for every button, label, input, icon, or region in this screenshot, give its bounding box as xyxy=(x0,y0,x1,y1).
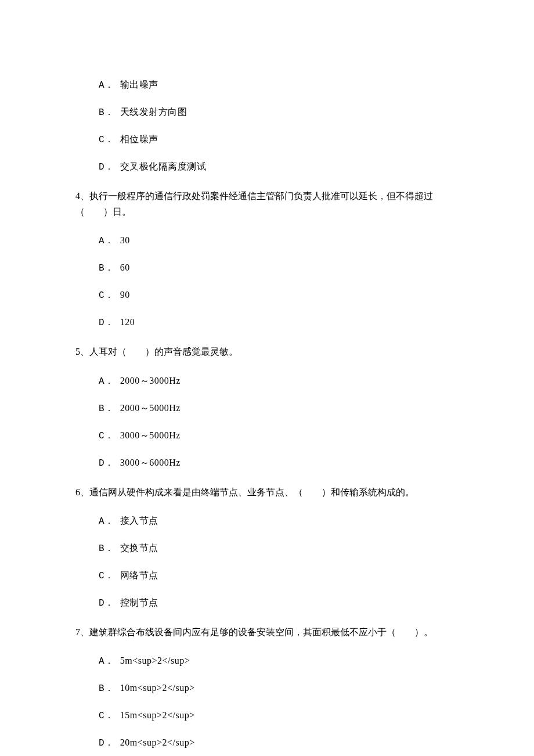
q4-stem: 4、执行一般程序的通信行政处罚案件经通信主管部门负责人批准可以延长，但不得超过（… xyxy=(75,188,459,219)
option-letter: C． xyxy=(99,290,114,301)
option-text: 网络节点 xyxy=(120,570,158,580)
option-text: 3000～5000Hz xyxy=(120,430,181,440)
option-text: 交换节点 xyxy=(120,543,158,553)
q3-options: A． 输出噪声 B． 天线发射方向图 C． 相位噪声 D． 交叉极化隔离度测试 xyxy=(99,79,459,173)
q4-options: A． 30 B． 60 C． 90 D． 120 xyxy=(99,235,459,329)
option-text: 60 xyxy=(120,262,130,272)
option-letter: A． xyxy=(99,656,114,667)
option-text: 接入节点 xyxy=(120,516,158,525)
q3-option-A: A． 输出噪声 xyxy=(99,79,459,91)
q6-stem: 6、通信网从硬件构成来看是由终端节点、业务节点、（ ）和传输系统构成的。 xyxy=(75,484,459,500)
option-text: 20m<sup>2</sup> xyxy=(120,737,195,747)
option-text: 输出噪声 xyxy=(120,80,158,89)
option-letter: D． xyxy=(99,318,114,328)
option-letter: B． xyxy=(99,263,114,273)
q5-options: A． 2000～3000Hz B． 2000～5000Hz C． 3000～50… xyxy=(99,375,459,469)
q3-option-C: C． 相位噪声 xyxy=(99,134,459,146)
q7-option-A: A． 5m<sup>2</sup> xyxy=(99,655,459,667)
option-text: 120 xyxy=(120,317,135,327)
q6-option-A: A． 接入节点 xyxy=(99,515,459,527)
q7-option-B: B． 10m<sup>2</sup> xyxy=(99,682,459,694)
option-text: 天线发射方向图 xyxy=(120,107,187,117)
option-text: 相位噪声 xyxy=(120,134,158,144)
q6-option-C: C． 网络节点 xyxy=(99,570,459,582)
option-letter: D． xyxy=(99,162,114,172)
option-text: 2000～5000Hz xyxy=(120,403,181,413)
page-content: A． 输出噪声 B． 天线发射方向图 C． 相位噪声 D． 交叉极化隔离度测试 … xyxy=(0,0,534,756)
option-letter: D． xyxy=(99,458,114,469)
q4-option-D: D． 120 xyxy=(99,316,459,329)
q5-option-C: C． 3000～5000Hz xyxy=(99,430,459,442)
option-text: 90 xyxy=(120,290,130,300)
q7-options: A． 5m<sup>2</sup> B． 10m<sup>2</sup> C． … xyxy=(99,655,459,749)
option-text: 5m<sup>2</sup> xyxy=(120,656,190,665)
q6-option-D: D． 控制节点 xyxy=(99,597,459,609)
option-text: 15m<sup>2</sup> xyxy=(120,710,195,720)
option-letter: A． xyxy=(99,236,114,246)
option-letter: B． xyxy=(99,404,114,414)
option-letter: A． xyxy=(99,516,114,527)
option-text: 3000～6000Hz xyxy=(120,458,181,467)
option-letter: C． xyxy=(99,711,114,721)
q7-option-C: C． 15m<sup>2</sup> xyxy=(99,710,459,722)
q6-option-B: B． 交换节点 xyxy=(99,542,459,555)
option-text: 10m<sup>2</sup> xyxy=(120,683,195,693)
option-letter: D． xyxy=(99,738,114,748)
option-text: 2000～3000Hz xyxy=(120,376,181,386)
option-letter: C． xyxy=(99,571,114,581)
q7-option-D: D． 20m<sup>2</sup> xyxy=(99,737,459,749)
option-letter: C． xyxy=(99,135,114,145)
q4-option-A: A． 30 xyxy=(99,235,459,247)
option-letter: A． xyxy=(99,376,114,387)
q3-option-B: B． 天线发射方向图 xyxy=(99,106,459,118)
q4-option-C: C． 90 xyxy=(99,289,459,301)
option-text: 控制节点 xyxy=(120,597,158,607)
option-text: 交叉极化隔离度测试 xyxy=(120,161,207,171)
option-letter: B． xyxy=(99,107,114,118)
option-letter: C． xyxy=(99,431,114,441)
option-letter: D． xyxy=(99,598,114,609)
q5-option-A: A． 2000～3000Hz xyxy=(99,375,459,387)
q3-option-D: D． 交叉极化隔离度测试 xyxy=(99,161,459,173)
q5-stem: 5、人耳对（ ）的声音感觉最灵敏。 xyxy=(75,344,459,359)
option-text: 30 xyxy=(120,235,130,245)
option-letter: B． xyxy=(99,543,114,554)
option-letter: B． xyxy=(99,683,114,694)
q7-stem: 7、建筑群综合布线设备间内应有足够的设备安装空间，其面积最低不应小于（ ）。 xyxy=(75,624,459,640)
q6-options: A． 接入节点 B． 交换节点 C． 网络节点 D． 控制节点 xyxy=(99,515,459,609)
q5-option-B: B． 2000～5000Hz xyxy=(99,402,459,415)
q5-option-D: D． 3000～6000Hz xyxy=(99,457,459,469)
option-letter: A． xyxy=(99,80,114,91)
q4-option-B: B． 60 xyxy=(99,262,459,274)
